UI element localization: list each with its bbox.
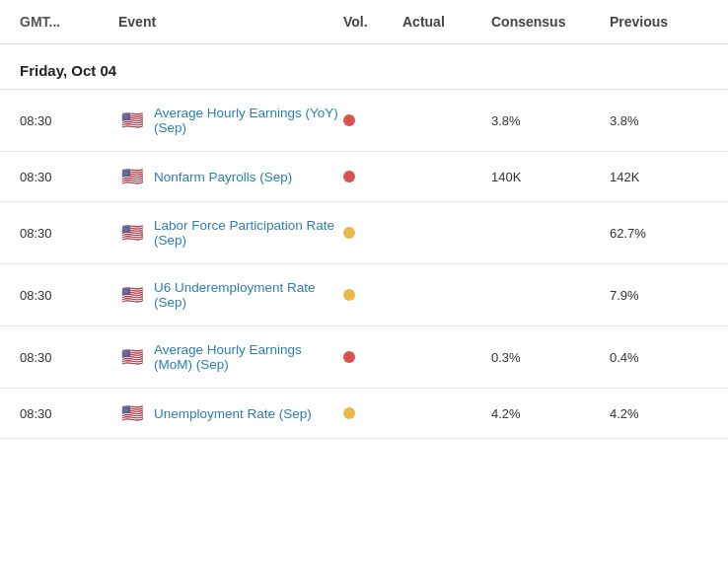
cell-previous-1: 142K [610,170,708,184]
flag-icon-3: 🇺🇸 [118,286,146,304]
flag-icon-1: 🇺🇸 [118,168,146,185]
cell-consensus-4: 0.3% [491,350,610,365]
vol-dot-0 [343,114,355,126]
cell-consensus-5: 4.2% [491,406,610,421]
cell-gmt-0: 08:30 [20,113,118,128]
event-link-0[interactable]: Average Hourly Earnings (YoY) (Sep) [154,106,343,135]
vol-dot-4 [343,351,355,363]
cell-previous-5: 4.2% [610,406,708,421]
cell-gmt-1: 08:30 [20,170,118,184]
cell-vol-0 [343,114,402,126]
vol-dot-2 [343,227,355,239]
cell-event-3[interactable]: 🇺🇸 U6 Underemployment Rate (Sep) [118,280,343,310]
header-previous: Previous [610,14,708,30]
cell-previous-4: 0.4% [610,350,708,365]
cell-gmt-2: 08:30 [20,226,118,241]
data-rows: 08:30 🇺🇸 Average Hourly Earnings (YoY) (… [0,90,728,439]
cell-consensus-0: 3.8% [491,113,610,128]
header-event: Event [118,14,343,30]
cell-event-1[interactable]: 🇺🇸 Nonfarm Payrolls (Sep) [118,168,343,185]
vol-dot-5 [343,407,355,419]
header-vol: Vol. [343,14,402,30]
header-gmt: GMT... [20,14,118,30]
cell-vol-1 [343,171,402,182]
table-header: GMT... Event Vol. Actual Consensus Previ… [0,0,728,44]
event-link-2[interactable]: Labor Force Participation Rate (Sep) [154,218,343,248]
cell-vol-3 [343,289,402,301]
cell-event-4[interactable]: 🇺🇸 Average Hourly Earnings (MoM) (Sep) [118,342,343,372]
cell-gmt-3: 08:30 [20,288,118,303]
cell-gmt-5: 08:30 [20,406,118,421]
cell-previous-3: 7.9% [610,288,708,303]
header-consensus: Consensus [491,14,610,30]
event-link-3[interactable]: U6 Underemployment Rate (Sep) [154,280,343,310]
flag-icon-2: 🇺🇸 [118,224,146,242]
section-date: Friday, Oct 04 [0,44,728,90]
table-row: 08:30 🇺🇸 Average Hourly Earnings (MoM) (… [0,326,728,389]
flag-icon-0: 🇺🇸 [118,111,146,129]
header-actual: Actual [402,14,491,30]
cell-previous-2: 62.7% [610,226,708,241]
economic-calendar-table: GMT... Event Vol. Actual Consensus Previ… [0,0,728,439]
cell-event-0[interactable]: 🇺🇸 Average Hourly Earnings (YoY) (Sep) [118,106,343,135]
cell-event-2[interactable]: 🇺🇸 Labor Force Participation Rate (Sep) [118,218,343,248]
table-row: 08:30 🇺🇸 Average Hourly Earnings (YoY) (… [0,90,728,152]
event-link-1[interactable]: Nonfarm Payrolls (Sep) [154,170,292,184]
flag-icon-4: 🇺🇸 [118,348,146,366]
cell-consensus-1: 140K [491,170,610,184]
cell-vol-2 [343,227,402,239]
table-row: 08:30 🇺🇸 Nonfarm Payrolls (Sep) 140K 142… [0,152,728,202]
vol-dot-1 [343,171,355,182]
cell-vol-5 [343,407,402,419]
table-row: 08:30 🇺🇸 Labor Force Participation Rate … [0,202,728,264]
event-link-5[interactable]: Unemployment Rate (Sep) [154,406,312,421]
flag-icon-5: 🇺🇸 [118,404,146,422]
cell-gmt-4: 08:30 [20,350,118,365]
vol-dot-3 [343,289,355,301]
table-row: 08:30 🇺🇸 U6 Underemployment Rate (Sep) 7… [0,264,728,326]
event-link-4[interactable]: Average Hourly Earnings (MoM) (Sep) [154,342,343,372]
table-row: 08:30 🇺🇸 Unemployment Rate (Sep) 4.2% 4.… [0,389,728,439]
cell-vol-4 [343,351,402,363]
cell-event-5[interactable]: 🇺🇸 Unemployment Rate (Sep) [118,404,343,422]
cell-previous-0: 3.8% [610,113,708,128]
